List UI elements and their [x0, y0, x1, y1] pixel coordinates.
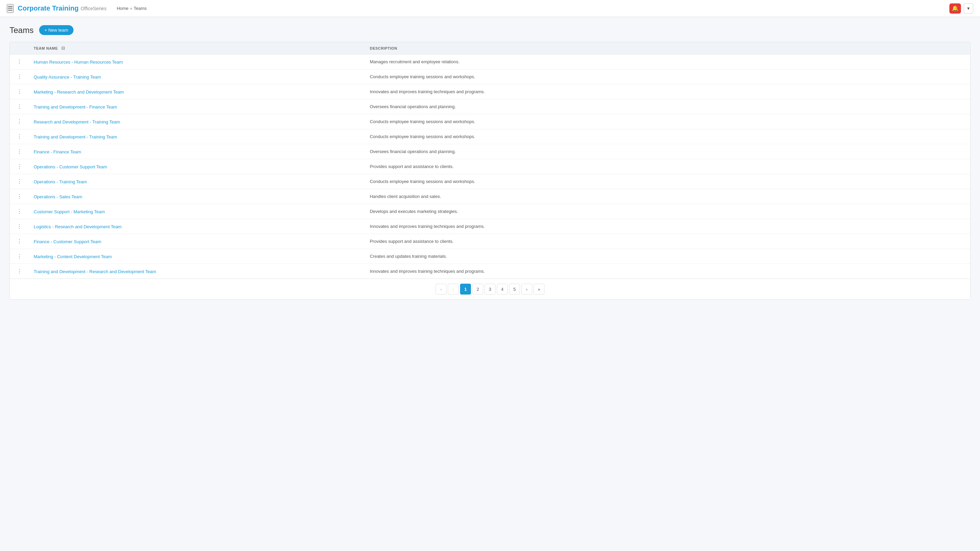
team-name-link[interactable]: Finance - Customer Support Team [34, 239, 101, 244]
team-name-link[interactable]: Quality Assurance - Training Team [34, 75, 101, 79]
th-team-name: TEAM NAME ⊟ [29, 42, 365, 54]
th-actions [10, 42, 29, 54]
row-team-name-cell: Training and Development - Finance Team [29, 99, 365, 114]
table-row: ⋮Training and Development - Training Tea… [10, 129, 970, 144]
team-name-link[interactable]: Finance - Finance Team [34, 149, 81, 154]
row-menu-cell: ⋮ [10, 234, 29, 249]
breadcrumb-separator: » [130, 6, 132, 11]
pagination-next-button[interactable]: › [521, 284, 532, 295]
pagination: « ‹ 1 2 3 4 5 › » [10, 279, 970, 299]
team-name-link[interactable]: Human Resources - Human Resources Team [34, 60, 123, 65]
row-menu-cell: ⋮ [10, 174, 29, 189]
row-team-name-cell: Training and Development - Research and … [29, 264, 365, 279]
row-menu-cell: ⋮ [10, 159, 29, 174]
row-menu-cell: ⋮ [10, 144, 29, 159]
pagination-last-button[interactable]: » [533, 284, 544, 295]
team-name-link[interactable]: Training and Development - Research and … [34, 269, 156, 274]
row-menu-cell: ⋮ [10, 129, 29, 144]
row-description-cell: Provides support and assistance to clien… [365, 234, 970, 249]
row-menu-button[interactable]: ⋮ [14, 267, 24, 275]
row-menu-cell: ⋮ [10, 54, 29, 69]
table-row: ⋮Marketing - Research and Development Te… [10, 84, 970, 99]
team-name-link[interactable]: Customer Support - Marketing Team [34, 209, 105, 214]
row-team-name-cell: Customer Support - Marketing Team [29, 204, 365, 219]
row-description-cell: Oversees financial operations and planni… [365, 144, 970, 159]
table-row: ⋮Customer Support - Marketing TeamDevelo… [10, 204, 970, 219]
row-description-cell: Creates and updates training materials. [365, 249, 970, 264]
notification-bell-button[interactable]: 🔔 [950, 3, 961, 14]
team-name-link[interactable]: Research and Development - Training Team [34, 119, 120, 124]
team-name-link[interactable]: Training and Development - Training Team [34, 134, 117, 140]
hamburger-icon: ☰ [8, 5, 13, 12]
table-row: ⋮Operations - Customer Support TeamProvi… [10, 159, 970, 174]
row-description-cell: Innovates and improves training techniqu… [365, 219, 970, 234]
row-menu-button[interactable]: ⋮ [14, 103, 24, 111]
breadcrumb-home[interactable]: Home [117, 6, 129, 11]
row-team-name-cell: Quality Assurance - Training Team [29, 69, 365, 84]
page-header: Teams + New team [10, 25, 970, 35]
pagination-first-button[interactable]: « [436, 284, 447, 295]
row-menu-button[interactable]: ⋮ [14, 88, 24, 95]
navbar: ☰ Corporate Training OfficeSeries Home »… [0, 0, 980, 17]
pagination-page-5-button[interactable]: 5 [509, 284, 520, 295]
team-name-link[interactable]: Training and Development - Finance Team [34, 105, 117, 110]
row-description-cell: Conducts employee training sessions and … [365, 129, 970, 144]
row-description-cell: Innovates and improves training techniqu… [365, 264, 970, 279]
row-menu-button[interactable]: ⋮ [14, 148, 24, 156]
row-menu-cell: ⋮ [10, 189, 29, 204]
row-menu-cell: ⋮ [10, 99, 29, 114]
row-description-cell: Handles client acquisition and sales. [365, 189, 970, 204]
user-menu-dropdown-button[interactable]: ▼ [964, 3, 973, 14]
pagination-page-3-button[interactable]: 3 [485, 284, 495, 295]
breadcrumb: Home » Teams [117, 6, 147, 11]
row-description-cell: Conducts employee training sessions and … [365, 174, 970, 189]
row-team-name-cell: Research and Development - Training Team [29, 114, 365, 129]
row-menu-button[interactable]: ⋮ [14, 163, 24, 170]
table-body: ⋮Human Resources - Human Resources TeamM… [10, 54, 970, 279]
row-menu-button[interactable]: ⋮ [14, 73, 24, 81]
row-team-name-cell: Marketing - Content Development Team [29, 249, 365, 264]
table-row: ⋮Operations - Sales TeamHandles client a… [10, 189, 970, 204]
pagination-page-1-button[interactable]: 1 [460, 284, 471, 295]
row-menu-button[interactable]: ⋮ [14, 118, 24, 125]
row-menu-button[interactable]: ⋮ [14, 58, 24, 66]
row-team-name-cell: Operations - Customer Support Team [29, 159, 365, 174]
row-description-cell: Oversees financial operations and planni… [365, 99, 970, 114]
table-row: ⋮Finance - Finance TeamOversees financia… [10, 144, 970, 159]
row-description-cell: Innovates and improves training techniqu… [365, 84, 970, 99]
row-menu-button[interactable]: ⋮ [14, 208, 24, 215]
row-menu-button[interactable]: ⋮ [14, 133, 24, 140]
pagination-page-2-button[interactable]: 2 [472, 284, 483, 295]
row-description-cell: Develops and executes marketing strategi… [365, 204, 970, 219]
team-name-link[interactable]: Logistics - Research and Development Tea… [34, 224, 121, 229]
row-menu-button[interactable]: ⋮ [14, 237, 24, 245]
team-name-link[interactable]: Operations - Sales Team [34, 194, 82, 199]
row-menu-cell: ⋮ [10, 204, 29, 219]
row-menu-button[interactable]: ⋮ [14, 178, 24, 185]
row-menu-button[interactable]: ⋮ [14, 192, 24, 200]
team-name-link[interactable]: Marketing - Content Development Team [34, 254, 112, 259]
table-row: ⋮Human Resources - Human Resources TeamM… [10, 54, 970, 69]
table-row: ⋮Quality Assurance - Training TeamConduc… [10, 69, 970, 84]
hamburger-menu-button[interactable]: ☰ [7, 4, 14, 13]
row-menu-cell: ⋮ [10, 84, 29, 99]
teams-table: TEAM NAME ⊟ DESCRIPTION ⋮Human Resources… [10, 42, 970, 279]
table-row: ⋮Marketing - Content Development TeamCre… [10, 249, 970, 264]
row-team-name-cell: Human Resources - Human Resources Team [29, 54, 365, 69]
team-name-link[interactable]: Operations - Customer Support Team [34, 164, 107, 169]
row-menu-button[interactable]: ⋮ [14, 252, 24, 260]
pagination-page-4-button[interactable]: 4 [497, 284, 508, 295]
table-row: ⋮Training and Development - Research and… [10, 264, 970, 279]
pagination-prev-button[interactable]: ‹ [448, 284, 459, 295]
bell-icon: 🔔 [952, 5, 959, 11]
team-name-link[interactable]: Operations - Training Team [34, 179, 87, 184]
row-description-cell: Conducts employee training sessions and … [365, 114, 970, 129]
new-team-button[interactable]: + New team [39, 25, 74, 35]
row-menu-button[interactable]: ⋮ [14, 222, 24, 230]
row-menu-cell: ⋮ [10, 69, 29, 84]
row-team-name-cell: Operations - Sales Team [29, 189, 365, 204]
row-team-name-cell: Logistics - Research and Development Tea… [29, 219, 365, 234]
team-name-link[interactable]: Marketing - Research and Development Tea… [34, 89, 124, 95]
table-row: ⋮Finance - Customer Support TeamProvides… [10, 234, 970, 249]
row-team-name-cell: Marketing - Research and Development Tea… [29, 84, 365, 99]
